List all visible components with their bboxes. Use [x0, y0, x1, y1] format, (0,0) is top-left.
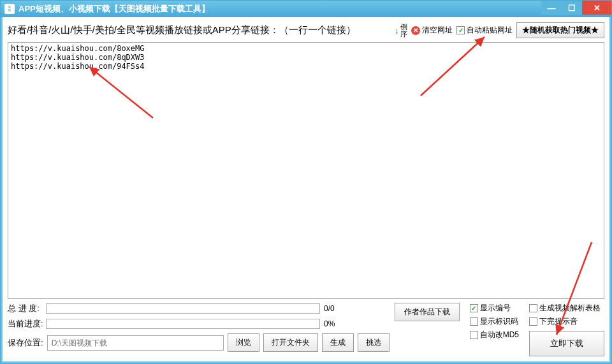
total-progress-text: 0/0	[324, 304, 349, 313]
save-location-label: 保存位置:	[8, 337, 43, 349]
save-location-input[interactable]	[47, 335, 224, 351]
gen-table-label: 生成视频解析表格	[539, 303, 601, 314]
current-progress-label: 当前进度:	[8, 318, 42, 330]
sound-label: 下完提示音	[539, 316, 578, 327]
browse-button[interactable]: 浏览	[228, 333, 259, 352]
generate-button[interactable]: 生成	[322, 333, 354, 352]
random-hot-video-button[interactable]: ★随机获取热门视频★	[516, 22, 604, 38]
current-progress-text: 0%	[324, 319, 349, 328]
checkbox-icon	[470, 317, 478, 326]
gen-table-checkbox[interactable]: 生成视频解析表格	[529, 303, 604, 314]
author-download-button[interactable]: 作者作品下载	[395, 303, 460, 321]
current-progress-bar	[46, 319, 320, 329]
window-title: APP短视频、小视频下载【天图视频批量下载工具】	[18, 3, 541, 15]
show-number-label: 显示编号	[480, 303, 511, 314]
reverse-label: 倒 序	[400, 24, 407, 38]
clear-url-button[interactable]: ✕ 清空网址	[411, 25, 453, 36]
checkbox-icon	[529, 304, 537, 312]
app-icon: ⦙⦙	[4, 4, 15, 14]
auto-md5-checkbox[interactable]: 自动改MD5	[470, 330, 519, 340]
show-id-checkbox[interactable]: 显示标识码	[470, 316, 519, 327]
minimize-button[interactable]: —	[541, 1, 562, 15]
instruction-text: 好看/抖音/火山/快手/美拍/全民等视频播放链接或APP分享链接：（一行一个链接…	[8, 24, 356, 36]
auto-md5-label: 自动改MD5	[480, 330, 519, 340]
checkbox-icon	[470, 304, 478, 312]
checkbox-icon	[470, 331, 478, 339]
show-number-checkbox[interactable]: 显示编号	[470, 303, 519, 314]
total-progress-bar	[46, 303, 320, 314]
checkbox-icon	[529, 317, 537, 326]
pick-button[interactable]: 挑选	[358, 333, 390, 352]
url-input-textarea[interactable]	[8, 42, 604, 299]
maximize-button[interactable]: ☐	[562, 1, 582, 15]
autopaste-label: 自动粘贴网址	[467, 25, 513, 36]
show-id-label: 显示标识码	[480, 316, 518, 327]
open-folder-button[interactable]: 打开文件夹	[263, 333, 318, 352]
sound-checkbox[interactable]: 下完提示音	[529, 316, 604, 327]
reverse-order-button[interactable]: ↓ 倒 序	[395, 24, 407, 38]
titlebar: ⦙⦙ APP短视频、小视频下载【天图视频批量下载工具】 — ☐ ✕	[1, 1, 611, 17]
down-arrow-icon: ↓	[395, 25, 399, 36]
clear-label: 清空网址	[422, 25, 453, 36]
download-button[interactable]: 立即下载	[529, 331, 604, 356]
checkbox-icon	[456, 26, 465, 34]
close-button[interactable]: ✕	[582, 1, 611, 15]
total-progress-label: 总 进 度:	[8, 303, 42, 314]
clear-icon: ✕	[411, 26, 420, 35]
autopaste-checkbox[interactable]: 自动粘贴网址	[456, 25, 513, 36]
